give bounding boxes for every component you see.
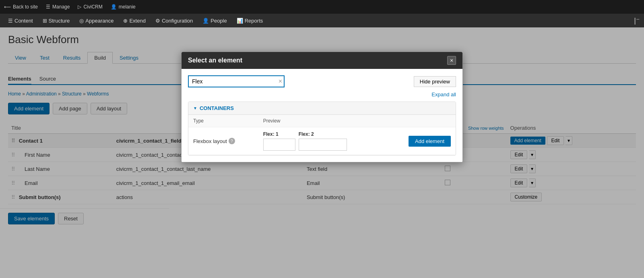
manage-link[interactable]: ☰ Manage (46, 4, 70, 10)
table-row: Flexbox layout ? Flex: 1 (188, 127, 456, 155)
add-element-modal-button[interactable]: Add element (409, 136, 451, 147)
drupal-nav: ☰ Content ⊞ Structure ◎ Appearance ⊕ Ext… (0, 14, 644, 27)
structure-icon: ⊞ (43, 18, 47, 24)
civicrm-icon: ▷ (78, 4, 81, 10)
element-search-input[interactable] (188, 75, 285, 87)
nav-configuration[interactable]: ⚙ Configuration (151, 16, 197, 25)
nav-structure[interactable]: ⊞ Structure (39, 16, 74, 25)
nav-people[interactable]: 👤 People (198, 16, 231, 25)
nav-appearance[interactable]: ◎ Appearance (75, 16, 118, 25)
containers-header[interactable]: ▼ CONTAINERS (188, 102, 456, 115)
back-to-site-link[interactable]: ⟵ Back to site (4, 4, 38, 10)
search-input-wrap: × (188, 75, 285, 87)
containers-label: CONTAINERS (200, 105, 234, 111)
admin-bar: ⟵ Back to site ☰ Manage ▷ CiviCRM 👤 mela… (0, 0, 644, 14)
flexbox-layout-label: Flexbox layout (193, 138, 227, 144)
modal-title: Select an element (188, 57, 242, 64)
help-icon[interactable]: ? (229, 138, 235, 144)
appearance-icon: ◎ (79, 18, 84, 24)
reports-icon: 📊 (237, 18, 243, 24)
flex1-label: Flex: 1 (263, 131, 279, 137)
nav-content[interactable]: ☰ Content (4, 16, 37, 25)
modal: Select an element × × Hide preview Expan… (181, 52, 463, 162)
user-link[interactable]: 👤 melanie (111, 4, 136, 10)
nav-reports[interactable]: 📊 Reports (233, 16, 267, 25)
hide-preview-button[interactable]: Hide preview (414, 76, 456, 87)
col-type-header: Type (188, 115, 258, 127)
modal-header: Select an element × (182, 52, 462, 69)
expand-all-link[interactable]: Expand all (188, 91, 456, 98)
home-icon: ⟵ (4, 4, 11, 10)
modal-overlay: Select an element × × Hide preview Expan… (0, 27, 644, 278)
civicrm-link[interactable]: ▷ CiviCRM (78, 4, 102, 10)
search-clear-icon[interactable]: × (279, 78, 282, 85)
containers-section: ▼ CONTAINERS Type Preview (188, 102, 456, 156)
modal-body: × Hide preview Expand all ▼ CONTAINERS (182, 69, 462, 162)
flex-preview: Flex: 1 Flex: 2 (263, 131, 380, 151)
user-icon: 👤 (111, 4, 117, 10)
nav-extend[interactable]: ⊕ Extend (119, 16, 149, 25)
people-icon: 👤 (202, 18, 209, 24)
containers-table: Type Preview Flexbox layout ? (188, 115, 456, 155)
flex-box-2 (299, 139, 347, 151)
flex2-label: Flex: 2 (299, 131, 314, 137)
triangle-icon: ▼ (193, 106, 197, 110)
flexbox-layout-cell: Flexbox layout ? (193, 138, 254, 144)
modal-close-button[interactable]: × (447, 56, 456, 65)
col-preview-header: Preview (258, 115, 385, 127)
content-icon: ☰ (8, 18, 13, 24)
extend-icon: ⊕ (123, 18, 128, 24)
flex-box-1 (263, 139, 295, 151)
manage-icon: ☰ (46, 4, 50, 10)
page-background: Basic Webform View Test Results Build Se… (0, 27, 644, 278)
nav-toggle[interactable]: |⁻ (634, 16, 640, 25)
col-actions-header (385, 115, 456, 127)
configuration-icon: ⚙ (155, 18, 160, 24)
modal-search-row: × Hide preview (188, 75, 456, 87)
